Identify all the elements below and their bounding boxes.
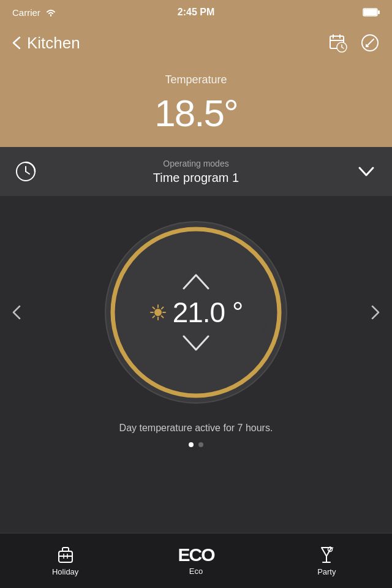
dial-inner: 21.0 °: [126, 242, 266, 383]
suitcase-icon: [56, 545, 75, 565]
eco-text-icon: ECO: [178, 545, 214, 565]
temperature-section: Temperature 18.5°: [0, 61, 392, 147]
party-icon: [317, 545, 336, 565]
eco-label: Eco: [189, 567, 203, 576]
party-label: Party: [317, 567, 336, 576]
carrier-text: Carrier: [12, 7, 40, 18]
svg-line-28: [153, 316, 154, 318]
dot-1: [189, 442, 194, 447]
dial-temp-row: 21.0 °: [149, 296, 243, 329]
holiday-label: Holiday: [52, 567, 78, 576]
svg-line-25: [153, 307, 154, 309]
header-actions: [328, 33, 380, 53]
sun-icon: [149, 304, 167, 321]
temp-decrease-button[interactable]: [181, 334, 211, 352]
back-button[interactable]: Kitchen: [12, 34, 80, 53]
temperature-dial: 21.0 °: [98, 214, 294, 410]
back-icon: [12, 36, 21, 50]
right-arrow-icon: [371, 305, 380, 320]
tab-holiday[interactable]: Holiday: [0, 533, 130, 588]
tab-party[interactable]: Party: [262, 533, 392, 588]
next-arrow[interactable]: [359, 293, 392, 332]
schedule-icon: [328, 33, 348, 53]
thermostat-section: 21.0 ° Day temperature active for 7 hour…: [0, 196, 392, 459]
battery-icon: [363, 8, 380, 17]
status-time: 2:45 PM: [178, 7, 214, 18]
status-battery: [363, 8, 380, 17]
time-program-icon: [12, 158, 39, 185]
prev-arrow[interactable]: [0, 293, 33, 332]
status-bar: Carrier 2:45 PM: [0, 0, 392, 24]
temperature-value: 18.5°: [154, 91, 237, 135]
schedule-button[interactable]: [328, 33, 348, 53]
holiday-icon: [56, 545, 75, 565]
svg-line-26: [161, 316, 163, 318]
temperature-label: Temperature: [165, 74, 227, 86]
edit-icon: [361, 34, 379, 52]
left-arrow-icon: [12, 305, 21, 320]
svg-rect-2: [378, 10, 380, 14]
mode-bar: Operating modes Time program 1: [0, 147, 392, 196]
temp-increase-button[interactable]: [181, 273, 211, 291]
cocktail-icon: [317, 545, 336, 565]
dot-2: [198, 442, 203, 447]
tab-bar: Holiday ECO Eco Party: [0, 533, 392, 588]
mode-name: Time program 1: [39, 171, 353, 185]
edit-button[interactable]: [360, 33, 380, 53]
page-dots: [189, 442, 203, 447]
svg-line-27: [161, 307, 163, 309]
svg-line-37: [332, 548, 333, 548]
eco-icon: ECO: [178, 546, 214, 564]
setpoint-temperature: 21.0 °: [173, 296, 243, 329]
header: Kitchen: [0, 24, 392, 61]
sun-svg: [149, 304, 167, 321]
mode-dropdown-button[interactable]: [353, 158, 380, 185]
mode-text-block: Operating modes Time program 1: [39, 159, 353, 185]
svg-rect-1: [364, 9, 377, 15]
info-text: Day temperature active for 7 hours.: [119, 423, 273, 434]
tab-eco[interactable]: ECO Eco: [130, 533, 261, 588]
header-title: Kitchen: [27, 34, 80, 53]
wifi-icon: [45, 8, 56, 17]
svg-point-20: [154, 309, 162, 316]
clock-icon: [15, 160, 37, 183]
status-carrier: Carrier: [12, 7, 56, 18]
operating-modes-label: Operating modes: [39, 159, 353, 168]
svg-line-11: [366, 39, 374, 47]
svg-line-16: [26, 172, 29, 174]
thermostat-row: 21.0 °: [0, 214, 392, 410]
chevron-down-icon: [357, 165, 375, 178]
